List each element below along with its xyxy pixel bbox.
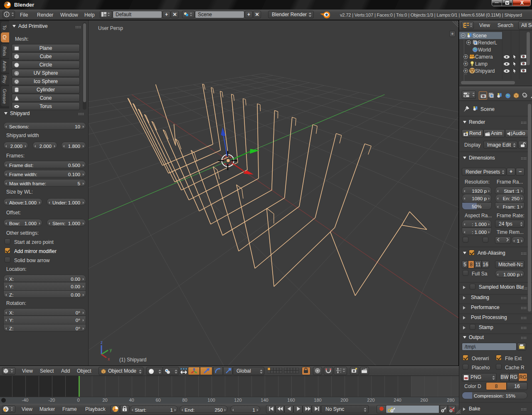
- svg-text:i: i: [6, 12, 7, 17]
- svg-text:z: z: [101, 340, 103, 345]
- svg-text:y: y: [110, 348, 112, 352]
- svg-text:x: x: [108, 357, 110, 361]
